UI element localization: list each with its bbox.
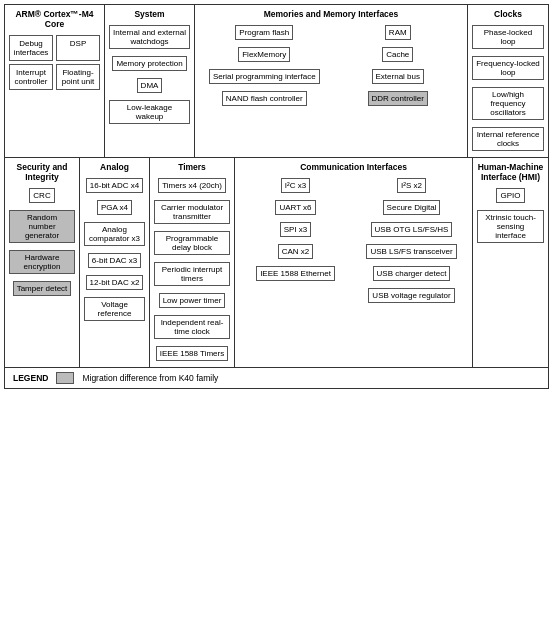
comms-usb-charger: USB charger detect: [373, 266, 451, 281]
memories-col: Memories and Memory Interfaces Program f…: [195, 5, 468, 157]
comms-i2s: I²S x2: [397, 178, 426, 193]
arm-fpu: Floating-point unit: [56, 64, 100, 90]
timers-col: Timers Timers x4 (20ch) Carrier modulato…: [150, 158, 235, 367]
comms-uart: UART x6: [275, 200, 315, 215]
timers-lpt: Low power timer: [159, 293, 226, 308]
memories-grid: Program flash RAM FlexMemory Cache Seria…: [199, 23, 463, 108]
arm-col: ARM® Cortex™-M4 Core Debug interfaces DS…: [5, 5, 105, 157]
timers-items: Timers x4 (20ch) Carrier modulator trans…: [154, 176, 230, 363]
arm-interrupt: Interrupt controller: [9, 64, 53, 90]
legend-swatch: [56, 372, 74, 384]
clocks-pll: Phase-locked loop: [472, 25, 544, 49]
mem-ram: RAM: [385, 25, 411, 40]
arm-title: ARM® Cortex™-M4 Core: [9, 9, 100, 29]
bottom-section: Security and Integrity CRC Random number…: [5, 158, 548, 367]
hmi-col: Human-Machine Interface (HMI) GPIO Xtrin…: [473, 158, 548, 367]
hmi-touch: Xtrinsic touch-sensing interface: [477, 210, 544, 243]
comms-i2c: I²C x3: [281, 178, 310, 193]
top-section: ARM® Cortex™-M4 Core Debug interfaces DS…: [5, 5, 548, 158]
clocks-fll: Frequency-locked loop: [472, 56, 544, 80]
mem-ddr: DDR controller: [368, 91, 428, 106]
timers-ieee1588: IEEE 1588 Timers: [156, 346, 228, 361]
clocks-col: Clocks Phase-locked loop Frequency-locke…: [468, 5, 548, 157]
sec-tamper: Tamper detect: [13, 281, 72, 296]
analog-col: Analog 16-bit ADC x4 PGA x4 Analog compa…: [80, 158, 150, 367]
sec-crc: CRC: [29, 188, 54, 203]
arm-dsp: DSP: [56, 35, 100, 61]
comms-ieee1588: IEEE 1588 Ethernet: [256, 266, 335, 281]
analog-comparator: Analog comparator x3: [84, 222, 145, 246]
hmi-gpio: GPIO: [496, 188, 524, 203]
legend-bar: LEGEND Migration difference from K40 fam…: [5, 367, 548, 388]
timers-x4: Timers x4 (20ch): [158, 178, 226, 193]
comms-usb-otg: USB OTG LS/FS/HS: [371, 222, 453, 237]
hmi-items: GPIO Xtrinsic touch-sensing interface: [477, 186, 544, 245]
analog-items: 16-bit ADC x4 PGA x4 Analog comparator x…: [84, 176, 145, 323]
mem-external-bus: External bus: [372, 69, 424, 84]
timers-pit: Periodic interrupt timers: [154, 262, 230, 286]
system-col: System Internal and external watchdogs M…: [105, 5, 195, 157]
mem-cache: Cache: [382, 47, 413, 62]
comms-col2: I²S x2 Secure Digital USB OTG LS/FS/HS U…: [355, 176, 468, 305]
legend-text: Migration difference from K40 family: [82, 373, 218, 383]
timers-title: Timers: [154, 162, 230, 172]
main-diagram: ARM® Cortex™-M4 Core Debug interfaces DS…: [4, 4, 549, 389]
clocks-ref: Internal reference clocks: [472, 127, 544, 151]
system-wakeup: Low-leakage wakeup: [109, 100, 190, 124]
security-items: CRC Random number generator Hardware enc…: [9, 186, 75, 298]
sec-rng: Random number generator: [9, 210, 75, 243]
legend-label: LEGEND: [13, 373, 48, 383]
comms-sd: Secure Digital: [383, 200, 441, 215]
analog-12bit-dac: 12-bit DAC x2: [86, 275, 144, 290]
comms-grid: I²C x3 UART x6 SPI x3 CAN x2 IEEE 1588 E…: [239, 176, 468, 305]
timers-pdb: Programmable delay block: [154, 231, 230, 255]
mem-flexmemory: FlexMemory: [238, 47, 290, 62]
mem-nand: NAND flash controller: [222, 91, 307, 106]
comms-col: Communication Interfaces I²C x3 UART x6 …: [235, 158, 473, 367]
clocks-items: Phase-locked loop Frequency-locked loop …: [472, 23, 544, 153]
system-items: Internal and external watchdogs Memory p…: [109, 23, 190, 126]
analog-adc: 16-bit ADC x4: [86, 178, 143, 193]
system-watchdogs: Internal and external watchdogs: [109, 25, 190, 49]
timers-cmt: Carrier modulator transmitter: [154, 200, 230, 224]
hmi-title: Human-Machine Interface (HMI): [477, 162, 544, 182]
system-dma: DMA: [137, 78, 163, 93]
clocks-osc: Low/high frequency oscillators: [472, 87, 544, 120]
sec-hw-enc: Hardware encryption: [9, 250, 75, 274]
mem-program-flash: Program flash: [235, 25, 293, 40]
security-col: Security and Integrity CRC Random number…: [5, 158, 80, 367]
comms-can: CAN x2: [278, 244, 314, 259]
comms-usb-vreg: USB voltage regulator: [368, 288, 454, 303]
security-title: Security and Integrity: [9, 162, 75, 182]
memories-title: Memories and Memory Interfaces: [199, 9, 463, 19]
comms-spi: SPI x3: [280, 222, 312, 237]
system-memory-protection: Memory protection: [112, 56, 186, 71]
analog-6bit-dac: 6-bit DAC x3: [88, 253, 141, 268]
clocks-title: Clocks: [472, 9, 544, 19]
comms-usb-transceiver: USB LS/FS transceiver: [366, 244, 456, 259]
analog-pga: PGA x4: [97, 200, 132, 215]
timers-rtc: Independent real-time clock: [154, 315, 230, 339]
mem-serial-prog: Serial programming interface: [209, 69, 320, 84]
arm-debug: Debug interfaces: [9, 35, 53, 61]
comms-col1: I²C x3 UART x6 SPI x3 CAN x2 IEEE 1588 E…: [239, 176, 352, 305]
analog-vref: Voltage reference: [84, 297, 145, 321]
analog-title: Analog: [84, 162, 145, 172]
system-title: System: [109, 9, 190, 19]
comms-title: Communication Interfaces: [239, 162, 468, 172]
arm-grid: Debug interfaces DSP Interrupt controlle…: [9, 35, 100, 90]
